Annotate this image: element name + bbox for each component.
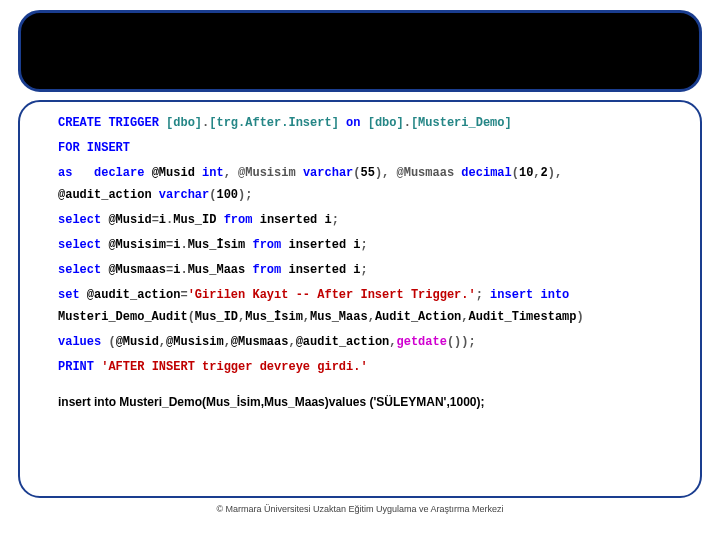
code-line: select @Musisim=i.Mus_İsim from inserted… [58,236,662,255]
code-line: Musteri_Demo_Audit(Mus_ID,Mus_İsim,Mus_M… [58,308,662,327]
punct: , [533,166,540,180]
kw: declare [94,166,144,180]
code-line: PRINT 'AFTER INSERT trigger devreye gird… [58,358,662,377]
ident: @Musisim [101,238,166,252]
punct: ( [512,166,519,180]
punct: , [224,335,231,349]
kw: on [339,116,368,130]
insert-statement: insert into Musteri_Demo(Mus_İsim,Mus_Ma… [58,395,662,409]
punct: ) [577,310,584,324]
kw: insert [490,288,533,302]
code-panel: CREATE TRIGGER [dbo].[trg.After.Insert] … [18,100,702,498]
ident: inserted i [252,213,331,227]
num: 2 [541,166,548,180]
ident: @Musmaas [101,263,166,277]
ident: @Musmaas [231,335,289,349]
code-line: @audit_action varchar(100); [58,186,662,205]
ident: Audit_Timestamp [469,310,577,324]
ident: @audit_action [58,188,159,202]
kw: set [58,288,80,302]
type: decimal [461,166,511,180]
punct: ); [238,188,252,202]
punct: ; [360,263,367,277]
code-line: values (@Musid,@Musisim,@Musmaas,@audit_… [58,333,662,352]
punct: ; [360,238,367,252]
kw: as [58,166,72,180]
string: 'Girilen Kayıt -- After Insert Trigger.' [188,288,476,302]
num: 55 [361,166,375,180]
string: 'AFTER INSERT trigger devreye girdi.' [101,360,367,374]
punct: ( [101,335,115,349]
space [72,166,94,180]
ident: Musteri_Demo_Audit [58,310,188,324]
code-line: set @audit_action='Girilen Kayıt -- Afte… [58,286,662,305]
kw: FOR [58,141,80,155]
ident: @Musisim [166,335,224,349]
kw: select [58,213,101,227]
code-line: CREATE TRIGGER [dbo].[trg.After.Insert] … [58,114,662,133]
ident: @Musid [101,213,151,227]
code-line: as declare @Musid int, @Musisim varchar(… [58,164,662,183]
code-line: select @Musid=i.Mus_ID from inserted i; [58,211,662,230]
ident: Mus_Maas [188,263,253,277]
kw: from [252,238,281,252]
ident: Mus_İsim [245,310,303,324]
func: getdate [397,335,447,349]
punct: . [404,116,411,130]
kw: select [58,263,101,277]
ident: [Musteri_Demo] [411,116,512,130]
ident: inserted i [281,238,360,252]
kw: from [252,263,281,277]
punct: ( [353,166,360,180]
punct: ; [332,213,339,227]
punct: , [159,335,166,349]
ident: @Musid [144,166,202,180]
footer-copyright: © Marmara Üniversitesi Uzaktan Eğitim Uy… [0,504,720,514]
punct: , [389,335,396,349]
punct: , [368,310,375,324]
num: 100 [216,188,238,202]
punct: . [180,263,187,277]
ident: @Musid [116,335,159,349]
ident: inserted i [281,263,360,277]
kw: values [58,335,101,349]
punct: , @Musisim [224,166,303,180]
kw: PRINT [58,360,94,374]
punct: ; [476,288,490,302]
kw: into [533,288,569,302]
ident: [trg.After.Insert] [209,116,339,130]
code-line: select @Musmaas=i.Mus_Maas from inserted… [58,261,662,280]
type: varchar [303,166,353,180]
punct: ( [188,310,195,324]
kw: CREATE [58,116,101,130]
ident: [dbo] [166,116,202,130]
punct: , [303,310,310,324]
type: int [202,166,224,180]
punct: , [461,310,468,324]
code-line: FOR INSERT [58,139,662,158]
title-banner [18,10,702,92]
ident: i [159,213,166,227]
ident: Audit_Action [375,310,461,324]
kw: TRIGGER [101,116,166,130]
punct: . [180,238,187,252]
ident: Mus_Maas [310,310,368,324]
punct: ()); [447,335,476,349]
ident: [dbo] [368,116,404,130]
ident: @audit_action [80,288,181,302]
punct: ), @Musmaas [375,166,461,180]
punct: = [152,213,159,227]
type: varchar [159,188,209,202]
punct: = [180,288,187,302]
ident: Mus_ID [195,310,238,324]
ident: @audit_action [296,335,390,349]
ident: Mus_İsim [188,238,253,252]
punct: ), [548,166,562,180]
kw: INSERT [80,141,130,155]
punct: , [288,335,295,349]
ident: Mus_ID [173,213,223,227]
num: 10 [519,166,533,180]
kw: select [58,238,101,252]
kw: from [224,213,253,227]
